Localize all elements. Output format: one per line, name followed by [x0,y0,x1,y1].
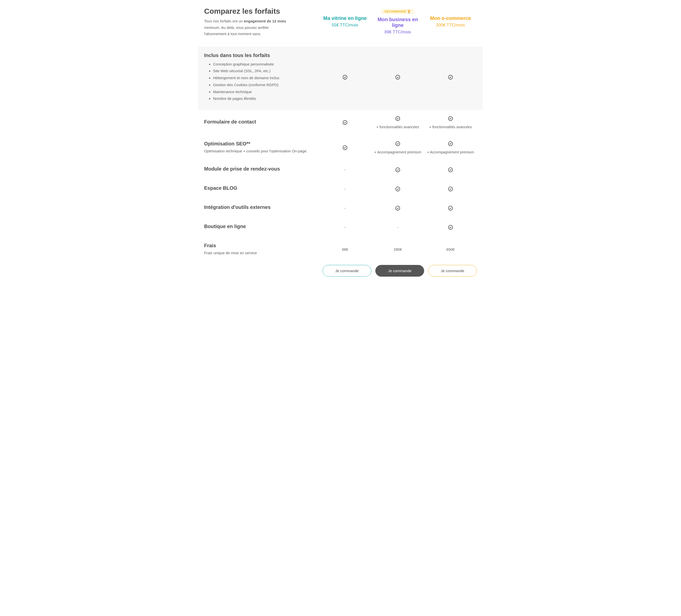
plan-name: Ma vitrine en ligne [319,16,371,21]
list-item: Hébergement et nom de domaine inclus [213,74,319,81]
fees-label: Frais Frais unique de mise en service [204,243,319,256]
feature-label: Espace BLOG [204,185,319,193]
check-icon [448,206,453,211]
list-item: Gestion des Cookies (conforme RGPD) [213,81,319,89]
svg-point-5 [449,117,453,121]
svg-point-15 [449,225,453,229]
cell: + Accompagnement premium [424,141,477,154]
check-icon [448,141,453,146]
svg-point-13 [396,206,400,210]
plan-price: 89€ TTC/mois [371,30,424,34]
list-item: Conception graphique personnalisée [213,61,319,68]
svg-point-9 [396,168,400,172]
feature-row: Formulaire de contact+ fonctionnalités a… [198,110,483,135]
cell [371,206,424,211]
check-icon [395,206,400,211]
cell: - [319,168,371,172]
cell [371,167,424,172]
recommended-badge: RECOMMANDÉ 🏆 [381,9,415,14]
fees-title: Frais [204,243,319,248]
feature-label: Formulaire de contact [204,119,319,126]
cell [371,75,424,80]
svg-point-7 [396,142,400,146]
list-item: Site Web sécurisé (SSL, 2FA, etc.) [213,68,319,74]
feature-subtitle: Optimisation technique + conseils pour l… [204,148,319,154]
feature-label: Optimisation SEO**Optimisation technique… [204,141,319,154]
row-fees: Frais Frais unique de mise en service 98… [198,237,483,262]
dash-icon: - [344,206,346,210]
cell [319,120,371,125]
cell-extra: + Accompagnement premium [424,150,477,154]
cell: + fonctionnalités avancées [424,116,477,129]
check-icon [448,116,453,121]
feature-row: Boutique en ligne-- [198,218,483,237]
cell [424,225,477,230]
included-list: Conception graphique personnalisée Site … [204,61,319,102]
intro-block: Comparez les forfaits Tous nos forfaits … [204,7,319,37]
check-icon [448,225,453,230]
svg-point-3 [343,121,347,125]
cell-extra: + Accompagnement premium [371,150,424,154]
svg-point-14 [449,206,453,210]
svg-point-2 [449,75,453,79]
svg-point-0 [343,75,347,79]
cell: + fonctionnalités avancées [371,116,424,129]
cell: 280€ [371,247,424,251]
cell: + Accompagnement premium [371,141,424,154]
dash-icon: - [397,225,398,229]
order-button-ecommerce[interactable]: Je commande [428,265,477,277]
svg-point-6 [343,145,347,150]
check-icon [395,116,400,121]
order-button-business[interactable]: Je commande [375,265,424,277]
cell: - [319,225,371,229]
cell: - [319,187,371,191]
list-item: Maintenance technique [213,89,319,95]
check-icon [395,167,400,172]
cell-extra: + fonctionnalités avancées [424,125,477,129]
cell [319,145,371,150]
order-button-vitrine[interactable]: Je commande [323,265,371,277]
cell [319,75,371,80]
svg-point-11 [396,187,400,191]
cell: 98€ [319,247,371,251]
dash-icon: - [344,168,346,172]
row-included: Inclus dans tous les forfaits Conception… [198,47,483,110]
plan-price: 200€ TTC/mois [424,23,477,28]
cell: 650€ [424,247,477,251]
dash-icon: - [344,187,346,191]
cta-row: Je commande Je commande Je commande [198,262,483,286]
feature-title: Optimisation SEO** [204,141,319,147]
check-icon [343,75,348,80]
feature-title: Intégration d'outils externes [204,204,319,210]
cell [424,75,477,80]
page-title: Comparez les forfaits [204,7,319,16]
plan-head-ecommerce: Mon e-commerce 200€ TTC/mois [424,7,477,28]
feature-title: Boutique en ligne [204,224,319,229]
feature-title: Formulaire de contact [204,119,319,125]
check-icon [395,141,400,146]
plan-name: Mon e-commerce [424,16,477,21]
feature-title: Module de prise de rendez-vous [204,166,319,172]
cell [424,187,477,192]
svg-point-1 [396,75,400,79]
check-icon [448,75,453,80]
cell: - [319,206,371,211]
included-title: Inclus dans tous les forfaits [204,52,319,58]
plan-name: Mon business en ligne [371,17,424,28]
plan-price: 55€ TTC/mois [319,23,371,28]
list-item: Nombre de pages illimités [213,95,319,102]
cell [424,167,477,172]
included-label: Inclus dans tous les forfaits Conception… [204,52,319,102]
pricing-header: Comparez les forfaits Tous nos forfaits … [198,0,483,47]
feature-title: Espace BLOG [204,185,319,191]
plan-head-vitrine: Ma vitrine en ligne 55€ TTC/mois [319,7,371,28]
check-icon [395,187,400,192]
cell [424,206,477,211]
feature-label: Boutique en ligne [204,224,319,231]
cell [371,187,424,192]
check-icon [448,167,453,172]
dash-icon: - [344,225,346,229]
feature-row: Module de prise de rendez-vous- [198,160,483,179]
svg-point-12 [449,187,453,191]
check-icon [343,145,348,150]
